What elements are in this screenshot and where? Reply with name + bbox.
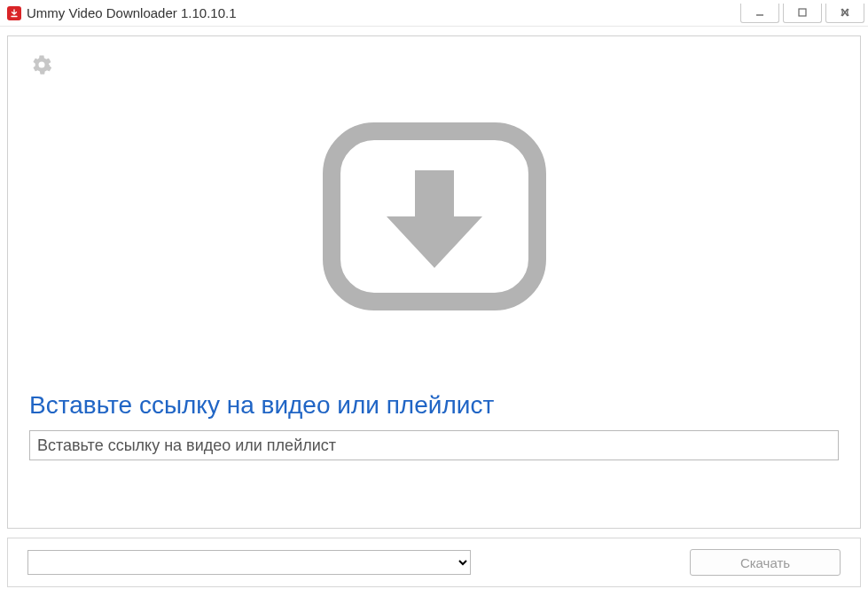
main-panel: Вставьте ссылку на видео или плейлист — [7, 35, 861, 529]
hero-area — [29, 52, 839, 381]
settings-button[interactable] — [29, 52, 54, 77]
bottom-bar: Скачать — [7, 538, 861, 587]
close-icon — [839, 6, 851, 19]
download-placeholder-icon — [319, 119, 550, 314]
close-button[interactable] — [825, 4, 864, 23]
window-title: Ummy Video Downloader 1.10.10.1 — [27, 5, 237, 20]
download-button[interactable]: Скачать — [690, 549, 841, 576]
gear-icon — [31, 54, 52, 75]
titlebar-left: Ummy Video Downloader 1.10.10.1 — [7, 5, 237, 20]
minimize-icon — [754, 6, 766, 19]
titlebar: Ummy Video Downloader 1.10.10.1 — [0, 0, 868, 27]
url-input[interactable] — [29, 430, 839, 460]
maximize-icon — [796, 6, 809, 19]
app-icon — [7, 6, 21, 20]
window-controls — [740, 4, 864, 23]
instruction-text: Вставьте ссылку на видео или плейлист — [29, 391, 839, 420]
minimize-button[interactable] — [740, 4, 779, 23]
svg-rect-1 — [799, 9, 806, 16]
format-select[interactable] — [27, 550, 471, 575]
maximize-button[interactable] — [783, 4, 822, 23]
